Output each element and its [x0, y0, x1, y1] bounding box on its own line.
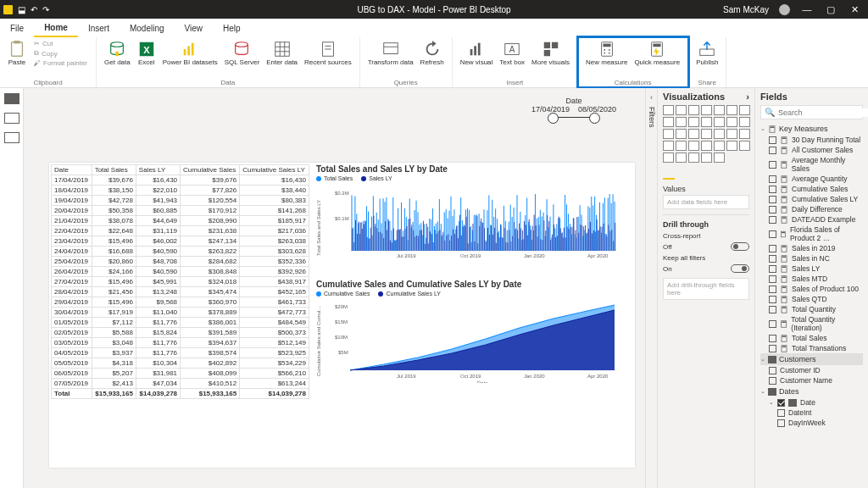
date-slicer[interactable]: Date 17/04/2019 08/05/2020 — [531, 97, 616, 121]
user-name[interactable]: Sam McKay — [723, 5, 769, 14]
format-painter-button[interactable]: 🖌Format painter — [31, 58, 91, 68]
vis-type-icon[interactable] — [739, 141, 750, 151]
menu-file[interactable]: File — [0, 19, 34, 37]
vis-type-icon[interactable] — [726, 105, 737, 115]
sales-by-date-chart[interactable]: Total Sales and Sales LY by Date Total S… — [316, 164, 621, 266]
quick-save-icon[interactable]: ⬓ — [18, 5, 25, 14]
vis-type-icon[interactable] — [688, 129, 699, 139]
field-item[interactable]: Average Monthly Sales — [760, 155, 863, 174]
transform-data-button[interactable]: Transform data — [365, 39, 416, 79]
field-item[interactable]: All Customer Sales — [760, 145, 863, 155]
vis-type-icon[interactable] — [663, 152, 674, 163]
table-header[interactable]: Sales LY — [136, 165, 180, 175]
paste-button[interactable]: Paste — [5, 39, 29, 79]
vis-type-icon[interactable] — [714, 152, 725, 163]
vis-type-icon[interactable] — [688, 117, 699, 127]
vis-type-icon[interactable] — [726, 129, 737, 139]
field-item[interactable]: Average Quantity — [760, 174, 863, 184]
field-item[interactable]: Sales in NC — [760, 253, 863, 263]
vis-type-icon[interactable] — [726, 117, 737, 127]
vis-type-icon[interactable] — [701, 117, 712, 127]
menu-modeling[interactable]: Modeling — [120, 19, 175, 37]
new-measure-button[interactable]: New measure — [583, 39, 630, 79]
vis-type-icon[interactable] — [676, 152, 687, 163]
table-row[interactable]: 25/04/2019$20,860$48,708$284,682$352,336 — [52, 257, 309, 267]
field-item[interactable]: 30 Day Running Total — [760, 135, 863, 145]
fields-tab-icon[interactable] — [663, 168, 675, 180]
vis-type-icon[interactable] — [739, 105, 750, 115]
field-item[interactable]: ⌄Date — [760, 397, 863, 408]
table-row[interactable]: 02/05/2019$5,588$15,824$391,589$500,373 — [52, 328, 309, 338]
fields-group-key-measures[interactable]: ⌄Key Measures — [760, 123, 863, 135]
maximize-button[interactable]: ▢ — [824, 4, 837, 15]
vis-type-icon[interactable] — [726, 141, 737, 151]
data-view-icon[interactable] — [4, 113, 19, 124]
field-item[interactable]: Sales in 2019 — [760, 243, 863, 253]
more-visuals-button[interactable]: More visuals — [529, 39, 572, 79]
table-row[interactable]: 19/04/2019$42,728$41,943$120,554$80,383 — [52, 196, 309, 206]
slicer-slider[interactable] — [549, 117, 598, 118]
cut-button[interactable]: ✂Cut — [31, 39, 91, 48]
cumulative-sales-chart[interactable]: Cumulative Sales and Cumulative Sales LY… — [316, 280, 621, 390]
keep-filters-toggle[interactable] — [731, 264, 749, 273]
vis-type-icon[interactable] — [663, 129, 674, 139]
field-item[interactable]: DateInt — [760, 408, 863, 418]
table-row[interactable]: 26/04/2019$24,166$40,590$308,848$392,926 — [52, 267, 309, 277]
vis-type-icon[interactable] — [714, 105, 725, 115]
vis-type-icon[interactable] — [714, 141, 725, 151]
field-item[interactable]: Sales of Product 100 — [760, 284, 863, 294]
table-header[interactable]: Cumulative Sales — [181, 165, 240, 175]
publish-button[interactable]: Publish — [693, 39, 721, 79]
table-visual[interactable]: DateTotal SalesSales LYCumulative SalesC… — [51, 164, 309, 399]
field-item[interactable]: Cumulative Sales — [760, 184, 863, 194]
fields-group-dates[interactable]: ⌄Dates — [760, 385, 863, 397]
table-header[interactable]: Date — [52, 165, 92, 175]
avatar[interactable] — [779, 4, 790, 15]
field-item[interactable]: Florida Sales of Product 2 … — [760, 225, 863, 243]
enter-data-button[interactable]: Enter data — [264, 39, 300, 79]
vis-type-icon[interactable] — [688, 141, 699, 151]
vis-type-icon[interactable] — [676, 117, 687, 127]
field-item[interactable]: Sales MTD — [760, 274, 863, 284]
field-item[interactable]: Customer Name — [760, 375, 863, 385]
get-data-button[interactable]: Get data — [102, 39, 133, 79]
vis-type-icon[interactable] — [663, 105, 674, 115]
table-row[interactable]: 29/04/2019$15,496$9,568$360,970$461,733 — [52, 297, 309, 308]
vis-type-icon[interactable] — [714, 129, 725, 139]
vis-type-icon[interactable] — [676, 129, 687, 139]
table-row[interactable]: 03/05/2019$3,048$11,776$394,637$512,149 — [52, 338, 309, 348]
field-item[interactable]: Daily Difference — [760, 204, 863, 214]
vis-type-icon[interactable] — [688, 152, 699, 163]
new-visual-button[interactable]: New visual — [458, 39, 496, 79]
menu-home[interactable]: Home — [34, 19, 78, 37]
field-item[interactable]: Cumulative Sales LY — [760, 194, 863, 204]
table-row[interactable]: 21/04/2019$38,078$44,649$208,990$185,917 — [52, 216, 309, 226]
field-item[interactable]: Total Quantity (Iteration) — [760, 314, 863, 333]
field-item[interactable]: Total Quantity — [760, 304, 863, 314]
close-button[interactable]: ✕ — [848, 4, 861, 15]
redo-icon[interactable]: ↷ — [42, 5, 49, 14]
cross-report-toggle[interactable] — [731, 242, 749, 251]
table-header[interactable]: Cumulative Sales LY — [240, 165, 309, 175]
table-row[interactable]: 01/05/2019$7,112$11,776$386,001$484,549 — [52, 318, 309, 328]
vis-type-icon[interactable] — [701, 129, 712, 139]
table-row[interactable]: 20/04/2019$50,358$60,885$170,912$141,268 — [52, 206, 309, 216]
menu-insert[interactable]: Insert — [78, 19, 120, 37]
model-view-icon[interactable] — [4, 132, 19, 143]
expand-filters-icon[interactable]: ‹ — [650, 93, 653, 102]
collapse-vis-icon[interactable]: › — [746, 92, 749, 102]
recent-sources-button[interactable]: Recent sources — [302, 39, 354, 79]
vis-type-icon[interactable] — [714, 117, 725, 127]
vis-type-icon[interactable] — [663, 117, 674, 127]
vis-type-icon[interactable] — [739, 129, 750, 139]
table-row[interactable]: 30/04/2019$17,919$11,040$378,889$472,773 — [52, 308, 309, 318]
field-item[interactable]: Customer ID — [760, 365, 863, 375]
table-row[interactable]: 06/05/2019$5,207$31,981$408,099$566,210 — [52, 369, 309, 379]
table-row[interactable]: 22/04/2019$22,648$31,119$231,638$217,036 — [52, 226, 309, 236]
values-dropzone[interactable]: Add data fields here — [663, 195, 749, 209]
table-row[interactable]: 07/05/2019$2,413$47,034$410,512$613,244 — [52, 379, 309, 389]
minimize-button[interactable]: — — [800, 4, 814, 14]
table-row[interactable]: 17/04/2019$39,676$16,430$39,676$16,430 — [52, 175, 309, 186]
table-row[interactable]: 28/04/2019$21,456$13,248$345,474$452,165 — [52, 287, 309, 297]
drill-dropzone[interactable]: Add drill-through fields here — [663, 278, 749, 300]
